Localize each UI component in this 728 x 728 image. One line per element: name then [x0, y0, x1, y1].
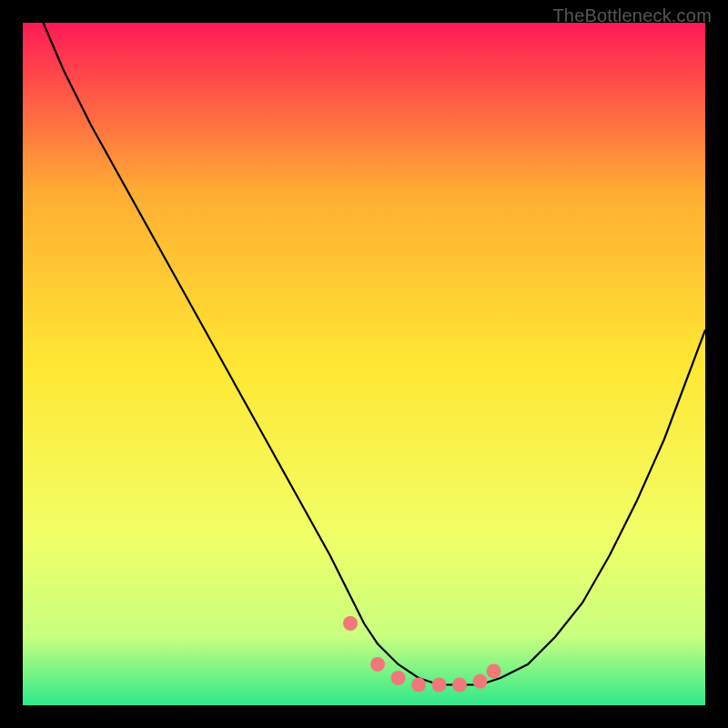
marker-dot [370, 657, 385, 672]
bottleneck-chart [0, 0, 728, 728]
marker-dot [391, 671, 406, 685]
marker-dot [432, 678, 447, 693]
marker-dot [411, 678, 426, 693]
watermark-text: TheBottleneck.com [552, 5, 712, 26]
plot-background [23, 23, 705, 705]
marker-dot [343, 616, 358, 631]
marker-dot [452, 678, 467, 693]
marker-dot [473, 674, 488, 689]
chart-container: TheBottleneck.com [0, 0, 728, 728]
marker-dot [487, 664, 501, 679]
